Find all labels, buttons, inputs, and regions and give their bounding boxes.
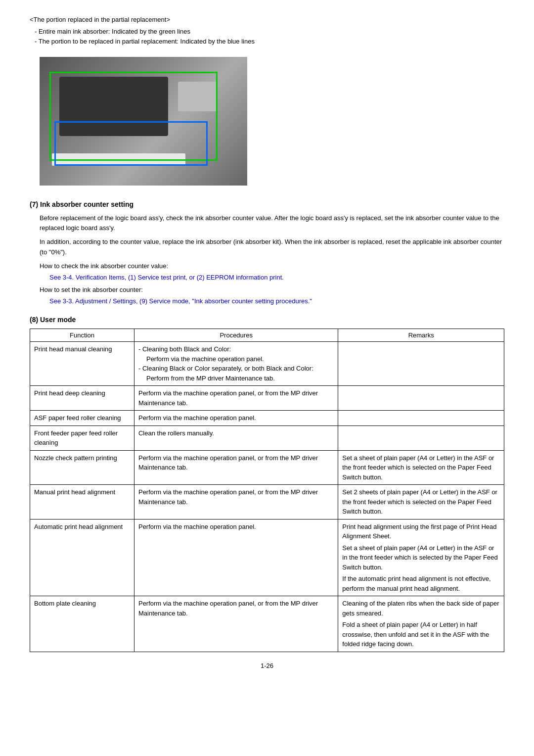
col-header-function: Function [30,329,134,342]
bullet-blue-lines: - The portion to be replaced in partial … [35,37,504,47]
table-row: Print head deep cleaningPerform via the … [30,386,504,411]
bullet-green-lines: - Entire main ink absorber: Indicated by… [35,27,504,37]
table-row: Bottom plate cleaningPerform via the mac… [30,596,504,652]
cell-procedures-1: Perform via the machine operation panel,… [134,386,338,411]
cell-function-6: Automatic print head alignment [30,519,134,596]
cell-remarks-5: Set 2 sheets of plain paper (A4 or Lette… [338,485,504,520]
table-row: Print head manual cleaning- Cleaning bot… [30,342,504,386]
page-number: 1-26 [261,662,273,669]
section7-para1: Before replacement of the logic board as… [40,213,504,233]
footer: 1-26 [30,662,504,669]
cell-procedures-7: Perform via the machine operation panel,… [134,596,338,652]
cell-procedures-5: Perform via the machine operation panel,… [134,485,338,520]
cell-procedures-3: Clean the rollers manually. [134,425,338,450]
cell-remarks-2 [338,411,504,426]
cell-procedures-2: Perform via the machine operation panel. [134,411,338,426]
cell-function-7: Bottom plate cleaning [30,596,134,652]
cell-function-0: Print head manual cleaning [30,342,134,386]
blue-rect-overlay [54,121,208,166]
section7-heading: (7) Ink absorber counter setting [30,200,504,208]
col-header-procedures: Procedures [134,329,338,342]
section7-para2: In addition, according to the counter va… [40,237,504,257]
check-link[interactable]: See 3-4. Verification Items, (1) Service… [49,273,504,283]
cell-procedures-4: Perform via the machine operation panel,… [134,450,338,485]
section8: (8) User mode Function Procedures Remark… [30,316,504,652]
col-header-remarks: Remarks [338,329,504,342]
cell-remarks-1 [338,386,504,411]
cell-function-1: Print head deep cleaning [30,386,134,411]
cell-function-5: Manual print head alignment [30,485,134,520]
table-row: ASF paper feed roller cleaningPerform vi… [30,411,504,426]
table-row: Nozzle check pattern printingPerform via… [30,450,504,485]
cell-function-3: Front feeder paper feed roller cleaning [30,425,134,450]
cell-function-2: ASF paper feed roller cleaning [30,411,134,426]
set-link[interactable]: See 3-3. Adjustment / Settings, (9) Serv… [49,296,504,307]
table-row: Automatic print head alignmentPerform vi… [30,519,504,596]
section7: (7) Ink absorber counter setting Before … [30,200,504,307]
set-link-anchor[interactable]: See 3-3. Adjustment / Settings, (9) Serv… [49,297,312,305]
cell-function-4: Nozzle check pattern printing [30,450,134,485]
cell-remarks-7: Cleaning of the platen ribs when the bac… [338,596,504,652]
cell-procedures-0: - Cleaning both Black and Color:Perform … [134,342,338,386]
table-row: Manual print head alignmentPerform via t… [30,485,504,520]
cell-procedures-6: Perform via the machine operation panel. [134,519,338,596]
printer-image-container [40,57,504,186]
cell-remarks-0 [338,342,504,386]
cell-remarks-6: Print head alignment using the first pag… [338,519,504,596]
cell-remarks-3 [338,425,504,450]
printer-image [40,57,247,186]
check-label: How to check the ink absorber counter va… [40,261,504,271]
cell-remarks-4: Set a sheet of plain paper (A4 or Letter… [338,450,504,485]
table-row: Front feeder paper feed roller cleaningC… [30,425,504,450]
set-label: How to set the ink absorber counter: [40,285,504,295]
user-mode-table: Function Procedures Remarks Print head m… [30,329,504,652]
partial-replacement-label: <The portion replaced in the partial rep… [30,15,504,25]
check-link-anchor[interactable]: See 3-4. Verification Items, (1) Service… [49,274,284,281]
section8-heading: (8) User mode [30,316,504,324]
